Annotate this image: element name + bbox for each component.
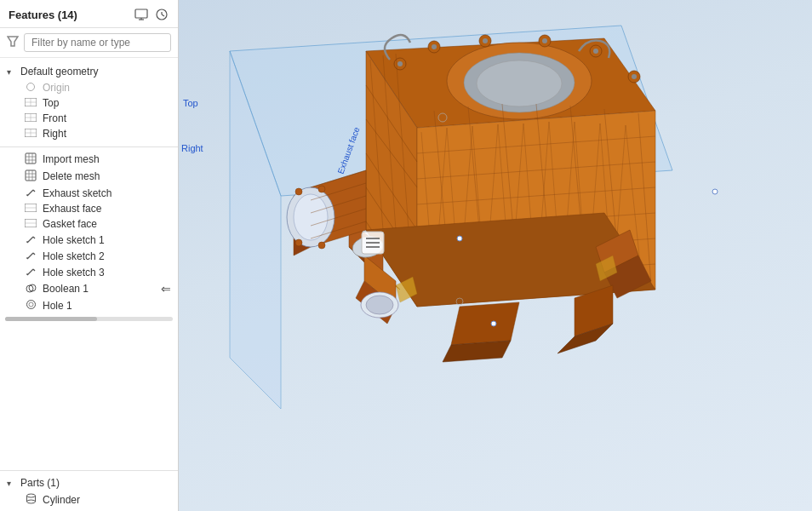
- gasket-face-label: Gasket face: [43, 218, 97, 230]
- svg-line-26: [27, 190, 33, 196]
- tree-item-hole-sketch-1[interactable]: Hole sketch 1: [0, 232, 178, 248]
- parts-section: ▾ Parts (1) Cylinder: [0, 470, 178, 511]
- svg-line-27: [33, 190, 35, 192]
- divider-1: [0, 146, 178, 147]
- tree-item-front[interactable]: Front: [0, 111, 178, 126]
- svg-line-5: [162, 14, 164, 16]
- tree-item-gasket-face[interactable]: Gasket face: [0, 216, 178, 232]
- svg-line-39: [27, 269, 33, 275]
- top-plane-icon: [24, 98, 37, 108]
- svg-point-57: [397, 61, 403, 66]
- svg-point-44: [26, 301, 35, 309]
- hole-1-icon: [24, 299, 37, 312]
- cylinder-label: Cylinder: [43, 494, 80, 506]
- tree-item-right[interactable]: Right: [0, 126, 178, 141]
- svg-point-43: [29, 284, 36, 291]
- features-panel: Features (14): [0, 0, 179, 511]
- svg-point-63: [542, 38, 547, 43]
- svg-point-45: [29, 302, 33, 307]
- tree-item-exhaust-sketch[interactable]: Exhaust sketch: [0, 185, 178, 201]
- origin-icon: [24, 83, 37, 93]
- svg-point-144: [712, 189, 718, 194]
- svg-rect-0: [135, 9, 147, 18]
- svg-line-36: [27, 253, 33, 259]
- right-label: Right: [43, 128, 66, 140]
- svg-line-40: [33, 269, 35, 271]
- import-mesh-label: Import mesh: [43, 153, 100, 165]
- gasket-face-icon: [24, 219, 37, 229]
- svg-point-121: [294, 194, 328, 240]
- svg-point-124: [295, 239, 302, 246]
- hole-sketch-3-label: Hole sketch 3: [43, 267, 105, 278]
- parts-chevron-icon: ▾: [7, 479, 17, 488]
- tree-item-cylinder[interactable]: Cylinder: [0, 491, 178, 508]
- viewport: Exhaust face Top Right: [179, 0, 812, 511]
- tree-item-import-mesh[interactable]: Import mesh: [0, 151, 178, 168]
- hole-sketch-3-icon: [24, 266, 37, 278]
- svg-point-116: [366, 296, 393, 314]
- svg-point-123: [318, 186, 325, 192]
- panel-header-icons: [134, 7, 169, 22]
- filter-icon: [7, 36, 19, 50]
- cylinder-icon: [24, 493, 37, 506]
- import-mesh-icon: [24, 152, 37, 166]
- default-geometry-section: ▾ Default geometry Origin Top: [0, 61, 178, 143]
- svg-point-125: [318, 242, 325, 249]
- top-label: Top: [43, 97, 59, 109]
- boolean-1-icon: [24, 283, 37, 296]
- svg-point-46: [26, 494, 35, 497]
- boolean-1-label: Boolean 1: [43, 283, 89, 295]
- panel-title: Features (14): [9, 9, 77, 21]
- svg-marker-133: [451, 302, 519, 345]
- svg-line-37: [33, 253, 35, 255]
- parts-label: Parts (1): [20, 477, 60, 489]
- exhaust-face-label: Exhaust face: [43, 203, 101, 215]
- svg-line-33: [27, 237, 33, 243]
- default-geometry-label: Default geometry: [20, 66, 98, 78]
- tree-item-delete-mesh[interactable]: Delete mesh: [0, 168, 178, 185]
- svg-rect-16: [26, 153, 36, 164]
- svg-point-145: [491, 321, 496, 326]
- tree-item-hole-sketch-3[interactable]: Hole sketch 3: [0, 264, 178, 280]
- tree-item-hole-sketch-2[interactable]: Hole sketch 2: [0, 248, 178, 264]
- parts-header[interactable]: ▾ Parts (1): [0, 474, 178, 491]
- search-input[interactable]: [24, 33, 171, 52]
- svg-point-59: [432, 44, 437, 49]
- svg-point-49: [26, 500, 35, 503]
- exhaust-face-icon: [24, 204, 37, 214]
- boolean-arrow-icon: ⇐: [161, 282, 171, 296]
- chevron-down-icon: ▾: [7, 67, 17, 77]
- search-container: [0, 28, 178, 58]
- tree-item-exhaust-face[interactable]: Exhaust face: [0, 201, 178, 216]
- delete-mesh-icon: [24, 169, 37, 183]
- hole-sketch-2-label: Hole sketch 2: [43, 250, 105, 262]
- tree-item-origin[interactable]: Origin: [0, 80, 178, 95]
- hole-sketch-1-icon: [24, 233, 37, 246]
- svg-rect-21: [26, 170, 36, 181]
- svg-point-65: [593, 49, 598, 54]
- svg-point-143: [457, 236, 462, 241]
- panel-header: Features (14): [0, 0, 178, 28]
- right-plane-icon: [24, 129, 37, 139]
- origin-label: Origin: [43, 82, 70, 94]
- clock-icon[interactable]: [154, 7, 169, 22]
- monitor-icon[interactable]: [134, 7, 149, 22]
- default-geometry-header[interactable]: ▾ Default geometry: [0, 63, 178, 80]
- right-view-label: Right: [181, 143, 203, 153]
- svg-point-122: [295, 188, 302, 195]
- exhaust-sketch-icon: [24, 187, 37, 199]
- tree-item-hole-1[interactable]: Hole 1: [0, 297, 178, 313]
- hole-sketch-2-icon: [24, 250, 37, 262]
- 3d-scene: Exhaust face Top Right: [179, 0, 809, 511]
- front-label: Front: [43, 112, 66, 124]
- svg-point-67: [632, 74, 637, 79]
- tree-item-boolean-1[interactable]: Boolean 1 ⇐: [0, 280, 178, 297]
- front-plane-icon: [24, 113, 37, 123]
- tree-container: ▾ Default geometry Origin Top: [0, 58, 178, 470]
- svg-point-55: [477, 60, 562, 106]
- tree-item-top[interactable]: Top: [0, 95, 178, 111]
- scrollbar-track[interactable]: [5, 317, 173, 321]
- svg-point-61: [483, 38, 488, 43]
- hole-sketch-1-label: Hole sketch 1: [43, 234, 105, 246]
- delete-mesh-label: Delete mesh: [43, 170, 100, 182]
